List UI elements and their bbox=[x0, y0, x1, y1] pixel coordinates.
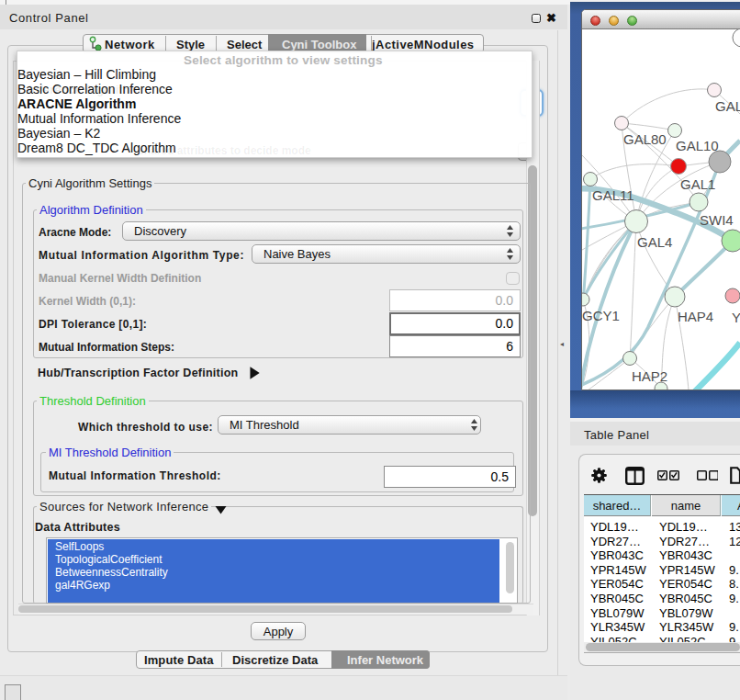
svg-text:GAL4: GAL4 bbox=[637, 234, 672, 250]
svg-text:GAL10: GAL10 bbox=[676, 138, 719, 153]
svg-text:GAL11: GAL11 bbox=[592, 187, 634, 203]
svg-text:GAL80: GAL80 bbox=[623, 131, 667, 147]
svg-text:Y: Y bbox=[732, 310, 740, 325]
svg-text:HAP4: HAP4 bbox=[678, 309, 713, 324]
svg-text:SWI4: SWI4 bbox=[700, 212, 734, 228]
svg-text:GAL1: GAL1 bbox=[680, 176, 715, 192]
svg-text:GAL: GAL bbox=[715, 98, 740, 114]
svg-text:GCY1: GCY1 bbox=[582, 308, 620, 323]
svg-text:HAP2: HAP2 bbox=[632, 368, 667, 384]
